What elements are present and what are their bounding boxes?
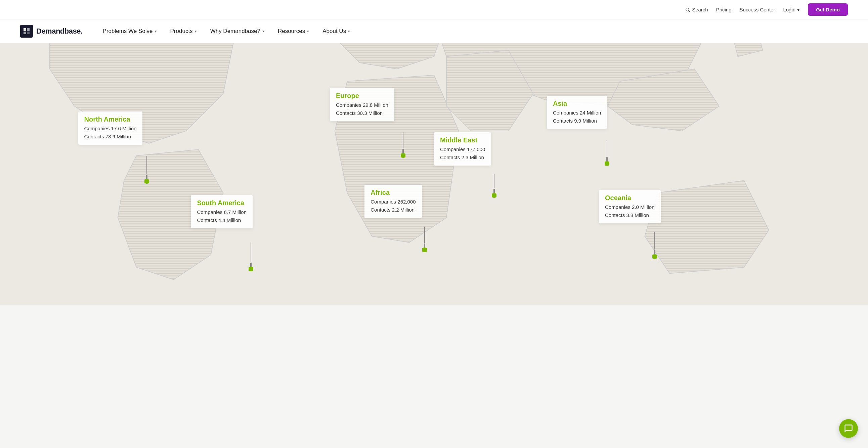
region-contacts-oceania: Contacts 3.8 Million xyxy=(605,211,655,219)
get-demo-button[interactable]: Get Demo xyxy=(808,3,848,16)
world-map-svg xyxy=(0,43,868,305)
map-section: North America Companies 17.6 Million Con… xyxy=(0,43,868,305)
svg-rect-2 xyxy=(24,28,26,31)
pin-shovel-south-america xyxy=(247,263,255,274)
region-companies-south-america: Companies 6.7 Million xyxy=(197,208,247,216)
navbar-top: Search Pricing Success Center Login ▾ Ge… xyxy=(0,0,868,20)
region-card-north-america: North America Companies 17.6 Million Con… xyxy=(78,111,143,145)
nav-about-label: About Us xyxy=(322,28,346,35)
svg-point-0 xyxy=(686,8,689,11)
pin-oceania xyxy=(651,232,658,261)
region-name-north-america: North America xyxy=(84,116,137,123)
pin-shovel-oceania xyxy=(651,250,658,261)
nav-problems-label: Problems We Solve xyxy=(103,28,153,35)
region-companies-north-america: Companies 17.6 Million xyxy=(84,125,137,133)
nav-why-label: Why Demandbase? xyxy=(210,28,260,35)
nav-problems-chevron: ▾ xyxy=(155,29,157,34)
region-card-oceania: Oceania Companies 2.0 Million Contacts 3… xyxy=(599,190,661,223)
chevron-down-icon: ▾ xyxy=(797,7,800,13)
login-label: Login xyxy=(783,7,796,12)
region-contacts-europe: Contacts 30.3 Million xyxy=(336,109,388,117)
nav-why-chevron: ▾ xyxy=(262,29,265,34)
search-icon xyxy=(685,7,690,12)
region-companies-middle-east: Companies 177,000 xyxy=(440,146,485,154)
region-contacts-south-america: Contacts 4.4 Million xyxy=(197,216,247,224)
navbar: Search Pricing Success Center Login ▾ Ge… xyxy=(0,0,868,43)
region-card-south-america: South America Companies 6.7 Million Cont… xyxy=(191,195,253,228)
success-center-link[interactable]: Success Center xyxy=(740,7,775,12)
svg-rect-5 xyxy=(27,32,30,34)
region-card-middle-east: Middle East Companies 177,000 Contacts 2… xyxy=(434,132,491,166)
region-card-africa: Africa Companies 252,000 Contacts 2.2 Mi… xyxy=(365,185,422,218)
pin-line-north-america xyxy=(147,156,147,174)
pin-line-south-america xyxy=(251,243,251,262)
nav-products-label: Products xyxy=(170,28,193,35)
logo[interactable]: Demandbase. xyxy=(20,25,83,38)
svg-rect-3 xyxy=(27,28,30,31)
pin-north-america xyxy=(143,156,151,186)
pin-line-asia xyxy=(607,140,607,157)
nav-about-chevron: ▾ xyxy=(348,29,350,34)
pin-middle-east xyxy=(490,174,498,200)
pin-africa xyxy=(421,227,428,254)
pin-shovel-middle-east xyxy=(490,189,498,200)
logo-text: Demandbase. xyxy=(36,27,83,36)
region-name-oceania: Oceania xyxy=(605,194,655,202)
region-contacts-asia: Contacts 9.9 Million xyxy=(553,117,601,125)
nav-why[interactable]: Why Demandbase? ▾ xyxy=(210,28,265,35)
pin-line-middle-east xyxy=(494,174,494,188)
nav-about[interactable]: About Us ▾ xyxy=(322,28,350,35)
pin-line-africa xyxy=(424,227,425,243)
pricing-label: Pricing xyxy=(716,7,732,12)
region-card-asia: Asia Companies 24 Million Contacts 9.9 M… xyxy=(547,96,607,129)
region-contacts-africa: Contacts 2.2 Million xyxy=(371,206,415,214)
region-companies-europe: Companies 29.8 Million xyxy=(336,101,388,109)
logo-box xyxy=(20,25,33,38)
logo-icon xyxy=(23,27,31,35)
region-name-middle-east: Middle East xyxy=(440,136,485,144)
region-companies-oceania: Companies 2.0 Million xyxy=(605,203,655,211)
region-companies-asia: Companies 24 Million xyxy=(553,109,601,117)
nav-resources-label: Resources xyxy=(278,28,305,35)
pin-shovel-africa xyxy=(421,244,428,254)
search-label: Search xyxy=(692,7,708,12)
map-background xyxy=(0,43,868,305)
region-contacts-middle-east: Contacts 2.3 Million xyxy=(440,154,485,162)
pin-europe xyxy=(399,132,407,160)
login-link[interactable]: Login ▾ xyxy=(783,7,800,13)
nav-problems[interactable]: Problems We Solve ▾ xyxy=(103,28,157,35)
region-name-europe: Europe xyxy=(336,92,388,100)
region-contacts-north-america: Contacts 73.9 Million xyxy=(84,133,137,141)
pin-line-europe xyxy=(403,132,403,149)
pin-line-oceania xyxy=(654,232,655,250)
pricing-link[interactable]: Pricing xyxy=(716,7,732,12)
success-center-label: Success Center xyxy=(740,7,775,12)
pin-asia xyxy=(603,140,611,168)
nav-resources[interactable]: Resources ▾ xyxy=(278,28,309,35)
nav-products[interactable]: Products ▾ xyxy=(170,28,197,35)
search-link[interactable]: Search xyxy=(685,7,708,12)
svg-rect-4 xyxy=(24,32,26,34)
region-name-south-america: South America xyxy=(197,199,247,207)
pin-shovel-europe xyxy=(399,149,407,160)
nav-resources-chevron: ▾ xyxy=(307,29,309,34)
pin-shovel-asia xyxy=(603,157,611,168)
navbar-main: Demandbase. Problems We Solve ▾ Products… xyxy=(0,20,868,43)
pin-south-america xyxy=(247,243,255,274)
region-companies-africa: Companies 252,000 xyxy=(371,198,415,206)
region-name-africa: Africa xyxy=(371,189,415,196)
svg-line-1 xyxy=(689,11,690,12)
nav-products-chevron: ▾ xyxy=(195,29,197,34)
region-name-asia: Asia xyxy=(553,100,601,107)
pin-shovel-north-america xyxy=(143,175,151,186)
region-card-europe: Europe Companies 29.8 Million Contacts 3… xyxy=(330,88,394,121)
